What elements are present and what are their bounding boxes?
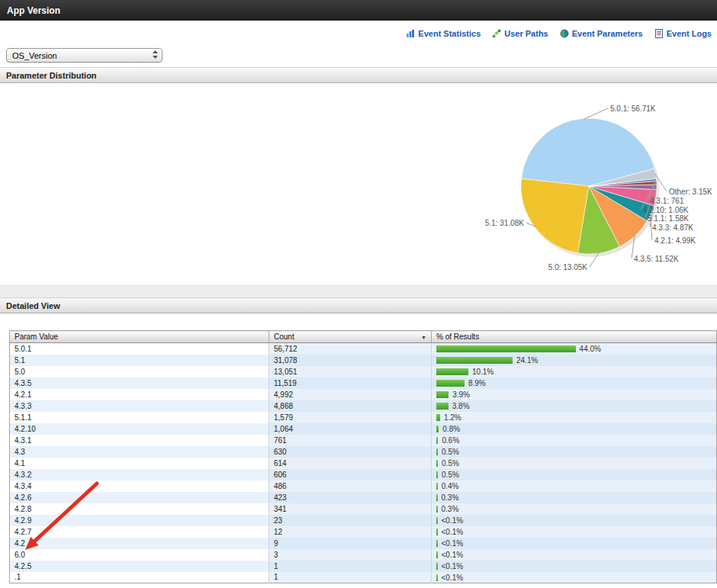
pie-slice-5.1[interactable] — [521, 178, 589, 253]
percent-label: 0.5% — [442, 448, 459, 456]
filter-controls: OS_Version — [0, 46, 717, 67]
percent-cell: 3.9% — [432, 389, 717, 400]
percent-label: 24.1% — [516, 356, 538, 365]
page-title: App Version — [7, 5, 60, 16]
user-paths-icon — [492, 29, 501, 38]
sort-dropdown-icon[interactable]: ▼ — [421, 333, 426, 340]
param-value-cell: 4.2.1 — [10, 389, 269, 400]
param-table-body: 5.0.156,71244.0%5.131,07824.1%5.013,0511… — [10, 343, 717, 583]
percent-bar — [436, 529, 438, 535]
percent-bar — [436, 380, 465, 387]
percent-cell: 0.8% — [432, 423, 717, 435]
percent-bar — [436, 494, 438, 501]
percent-bar — [436, 483, 438, 490]
table-row: 4.2.51<0.1% — [10, 561, 717, 572]
count-cell: 23 — [269, 515, 432, 526]
percent-cell: 0.5% — [432, 446, 717, 458]
param-value-cell: 5.1 — [10, 355, 269, 366]
percent-label: 8.9% — [468, 379, 486, 387]
percent-label: <0.1% — [442, 562, 464, 570]
percent-label: 0.5% — [442, 471, 459, 479]
count-cell: 1 — [269, 572, 432, 583]
count-cell: 4,992 — [269, 389, 432, 400]
table-row: 4.3.34,8683.8% — [10, 400, 717, 412]
param-value-cell: 4.3.2 — [10, 469, 269, 480]
percent-bar — [436, 551, 438, 558]
column-header-param-value[interactable]: Param Value — [10, 331, 269, 343]
table-row: 4.2.14,9923.9% — [10, 389, 717, 400]
percent-bar — [436, 540, 438, 547]
count-cell: 630 — [269, 446, 432, 458]
column-header-count[interactable]: ▼ Count — [269, 331, 432, 343]
nav-link-event-parameters[interactable]: Event Parameters — [560, 29, 643, 38]
percent-bar — [436, 345, 576, 352]
nav-label: Event Parameters — [572, 29, 643, 38]
count-cell: 1 — [269, 561, 432, 572]
percent-cell: <0.1% — [432, 538, 717, 549]
nav-link-event-logs[interactable]: Event Logs — [654, 29, 712, 38]
param-value-cell: 4.3.3 — [10, 400, 269, 412]
percent-cell: 0.6% — [432, 435, 717, 446]
percent-label: 1.2% — [444, 413, 461, 422]
table-row: 4.2.923<0.1% — [10, 515, 717, 526]
percent-cell: 0.5% — [432, 469, 717, 480]
table-row: 4.16140.5% — [10, 458, 717, 469]
percent-cell: 0.5% — [432, 458, 717, 469]
param-value-cell: 5.1.1 — [10, 412, 269, 423]
column-header-percent[interactable]: % of Results — [432, 331, 717, 343]
param-value-cell: 4.2 — [10, 538, 269, 549]
percent-cell: 8.9% — [432, 378, 717, 389]
nav-link-user-paths[interactable]: User Paths — [492, 29, 548, 38]
count-cell: 1,064 — [269, 423, 432, 435]
percent-cell: <0.1% — [432, 572, 717, 583]
count-cell: 31,078 — [269, 355, 432, 366]
parameter-select-value: OS_Version — [12, 51, 57, 60]
param-value-cell: .1 — [10, 572, 269, 583]
pie-callout-label: 5.0.1: 56.71K — [610, 104, 656, 113]
percent-label: 3.9% — [452, 390, 470, 399]
nav-bar: Event Statistics User Paths Event Parame… — [0, 21, 717, 46]
percent-cell: 24.1% — [432, 355, 717, 366]
param-value-cell: 4.3.5 — [10, 378, 269, 389]
percent-cell: 1.2% — [432, 412, 717, 423]
param-value-cell: 4.2.5 — [10, 561, 269, 572]
percent-cell: <0.1% — [432, 549, 717, 561]
table-row: 5.1.11,5791.2% — [10, 412, 717, 423]
count-cell: 12 — [269, 526, 432, 538]
percent-bar — [436, 437, 438, 444]
count-cell: 761 — [269, 435, 432, 446]
section-title: Parameter Distribution — [6, 71, 97, 80]
globe-icon — [560, 29, 569, 38]
percent-cell: 44.0% — [432, 343, 717, 355]
percent-label: 0.5% — [442, 459, 459, 468]
param-value-cell: 4.3.4 — [10, 480, 269, 492]
table-row: 4.29<0.1% — [10, 538, 717, 549]
pie-callout-label: 4.3.1: 761 — [650, 197, 684, 205]
table-row: 5.0.156,71244.0% — [10, 343, 717, 355]
percent-label: <0.1% — [442, 516, 464, 525]
param-value-cell: 4.2.10 — [10, 423, 269, 435]
table-row: 4.2.101,0640.8% — [10, 423, 717, 435]
percent-label: <0.1% — [442, 539, 464, 548]
pie-callout-label: 4.3.5: 11.52K — [634, 255, 679, 263]
table-header-row: Param Value ▼ Count % of Results — [10, 331, 717, 343]
column-header-label: Param Value — [14, 333, 58, 341]
percent-label: 0.8% — [442, 425, 460, 433]
count-cell: 423 — [269, 492, 432, 503]
table-row: 4.3.26060.5% — [10, 469, 717, 480]
table-row: 4.3.17610.6% — [10, 435, 717, 446]
pie-chart-area: 5.0.1: 56.71K5.1: 31.08K5.0: 13.05K4.3.5… — [0, 83, 717, 284]
percent-label: <0.1% — [442, 528, 464, 536]
pie-callout-label: 4.3.3: 4.87K — [652, 223, 693, 232]
section-divider — [0, 284, 717, 297]
param-value-cell: 4.2.9 — [10, 515, 269, 526]
count-cell: 4,868 — [269, 400, 432, 412]
table-row: 4.2.64230.3% — [10, 492, 717, 503]
table-row: 4.2.83410.3% — [10, 503, 717, 515]
nav-link-event-statistics[interactable]: Event Statistics — [406, 29, 481, 38]
percent-cell: <0.1% — [432, 526, 717, 538]
parameter-select[interactable]: OS_Version — [6, 48, 162, 63]
table-row: 4.36300.5% — [10, 446, 717, 458]
param-value-cell: 6.0 — [10, 549, 269, 561]
count-cell: 614 — [269, 458, 432, 469]
